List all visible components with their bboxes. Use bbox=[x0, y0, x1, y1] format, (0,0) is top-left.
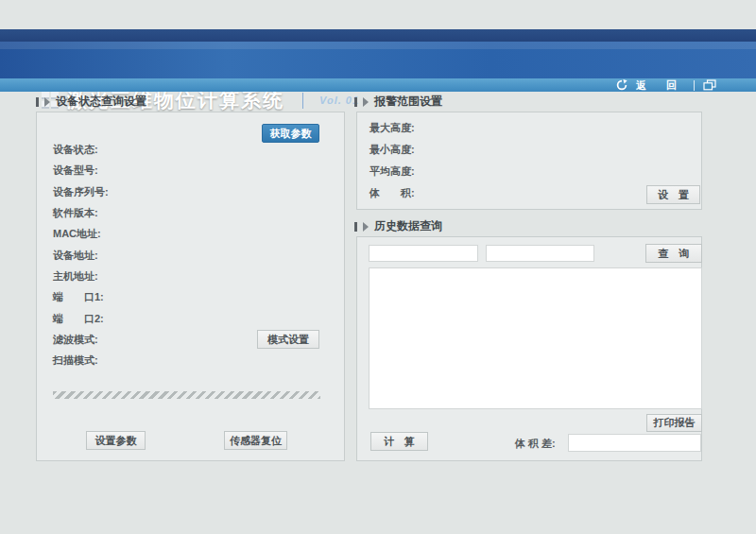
device-model-label: 设备型号: bbox=[53, 164, 98, 178]
title-bar-icon bbox=[354, 222, 357, 232]
filter-mode-label: 滤波模式: bbox=[53, 333, 98, 347]
device-serial-label: 设备序列号: bbox=[53, 185, 109, 199]
title-triangle-icon bbox=[44, 97, 50, 107]
history-panel-title-text: 历史数据查询 bbox=[374, 218, 442, 234]
query-button[interactable]: 查 询 bbox=[645, 244, 702, 263]
avg-height-label: 平均高度: bbox=[369, 164, 415, 179]
date-end-input[interactable] bbox=[486, 245, 594, 262]
device-address-label: 设备地址: bbox=[53, 249, 98, 263]
alarm-panel-title-text: 报警范围设置 bbox=[374, 94, 442, 110]
title-divider bbox=[302, 93, 303, 109]
header-controls: 返 回 bbox=[616, 78, 716, 92]
min-height-label: 最小高度: bbox=[369, 143, 415, 157]
app-version: Vol. 01 bbox=[319, 95, 359, 106]
app-window: 激光三维物位计算系统 Vol. 01 返 回 设备状态查询设置 获取参数 设备状 bbox=[0, 0, 756, 534]
history-results-box[interactable] bbox=[369, 267, 702, 409]
header-top-stripe bbox=[0, 29, 756, 42]
port2-label: 端 口2: bbox=[53, 312, 104, 326]
software-version-label: 软件版本: bbox=[53, 206, 98, 220]
date-start-input[interactable] bbox=[369, 245, 478, 262]
title-bar-icon bbox=[354, 97, 357, 107]
mac-address-label: MAC地址: bbox=[53, 227, 101, 241]
volume-label: 体 积: bbox=[369, 186, 415, 200]
device-status-label: 设备状态: bbox=[53, 143, 98, 157]
history-panel-title: 历史数据查询 bbox=[354, 218, 442, 234]
set-params-button[interactable]: 设置参数 bbox=[86, 431, 146, 450]
volume-diff-label: 体 积 差: bbox=[515, 437, 556, 451]
sensor-reset-button[interactable]: 传感器复位 bbox=[224, 431, 287, 450]
header-bar: 激光三维物位计算系统 Vol. 01 bbox=[0, 42, 756, 78]
alarm-panel: 最大高度: 最小高度: 平均高度: 体 积: 设 置 bbox=[356, 112, 702, 210]
device-panel: 获取参数 设备状态: 设备型号: 设备序列号: 软件版本: MAC地址: 设备地… bbox=[36, 112, 345, 461]
print-report-button[interactable]: 打印报告 bbox=[646, 414, 702, 432]
max-height-label: 最大高度: bbox=[369, 121, 415, 135]
history-panel: 查 询 打印报告 计 算 体 积 差: bbox=[356, 236, 702, 461]
host-address-label: 主机地址: bbox=[53, 269, 98, 284]
refresh-icon[interactable] bbox=[616, 79, 627, 91]
cascade-windows-icon[interactable] bbox=[703, 79, 716, 91]
progress-hatch-bar bbox=[53, 391, 320, 399]
device-panel-title-text: 设备状态查询设置 bbox=[56, 94, 146, 110]
title-bar-icon bbox=[36, 97, 39, 107]
device-panel-title: 设备状态查询设置 bbox=[36, 94, 146, 110]
mode-settings-button[interactable]: 模式设置 bbox=[257, 330, 319, 349]
title-triangle-icon bbox=[363, 222, 369, 232]
back-button[interactable]: 返 回 bbox=[636, 78, 685, 93]
get-params-button[interactable]: 获取参数 bbox=[262, 124, 319, 143]
alarm-set-button[interactable]: 设 置 bbox=[646, 185, 700, 204]
title-triangle-icon bbox=[363, 97, 369, 107]
controls-divider bbox=[694, 80, 695, 91]
calculate-button[interactable]: 计 算 bbox=[370, 432, 428, 451]
port1-label: 端 口1: bbox=[53, 290, 104, 304]
scan-mode-label: 扫描模式: bbox=[53, 353, 98, 368]
volume-diff-input[interactable] bbox=[568, 434, 701, 452]
alarm-panel-title: 报警范围设置 bbox=[354, 94, 442, 110]
